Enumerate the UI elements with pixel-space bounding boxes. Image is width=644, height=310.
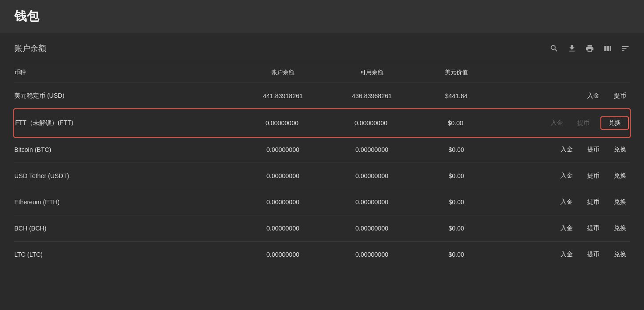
available-ftt: 0.00000000 [326,119,415,127]
balance-table: 币种 账户余额 可用余额 美元价值 美元稳定币 (USD) 441.839182… [14,62,630,267]
currency-ltc: LTC (LTC) [14,251,238,258]
currency-ftt: FTT（未解锁）(FTT) [15,119,237,127]
currency-usdt: USD Tether (USDT) [14,172,238,179]
deposit-btn-btc[interactable]: 入金 [557,144,576,155]
download-icon[interactable] [568,44,576,53]
available-usdt: 0.00000000 [327,172,416,179]
search-icon[interactable] [550,44,559,53]
deposit-btn-ltc[interactable]: 入金 [557,249,576,260]
withdraw-btn-usd[interactable]: 提币 [610,90,630,102]
actions-btc: 入金 提币 兑换 [496,144,630,155]
deposit-btn-bch[interactable]: 入金 [557,223,576,234]
table-row-usdt: USD Tether (USDT) 0.00000000 0.00000000 … [14,163,630,189]
balance-bch: 0.00000000 [238,225,327,232]
currency-eth: Ethereum (ETH) [14,199,238,206]
currency-btc: Bitcoin (BTC) [14,146,238,153]
table-row-ltc: LTC (LTC) 0.00000000 0.00000000 $0.00 入金… [14,242,630,267]
main-content: 账户余额 [0,33,644,267]
table-row-bch: BCH (BCH) 0.00000000 0.00000000 $0.00 入金… [14,215,630,242]
table-row: 美元稳定币 (USD) 441.83918261 436.83968261 $4… [14,83,630,109]
actions-ftt: 入金 提币 兑换 [495,116,629,130]
usd-value-ftt: $0.00 [415,119,495,127]
filter-icon[interactable] [621,44,630,53]
header-available: 可用余额 [327,68,416,76]
table-header: 币种 账户余额 可用余额 美元价值 [14,62,630,83]
header-balance: 账户余额 [238,68,327,76]
toolbar-icons [550,44,630,53]
available-btc: 0.00000000 [327,146,416,153]
section-title: 账户余额 [14,43,46,54]
exchange-btn-btc[interactable]: 兑换 [610,144,630,155]
withdraw-btn-bch[interactable]: 提币 [584,223,603,234]
page-title: 钱包 [14,8,630,25]
balance-btc: 0.00000000 [238,146,327,153]
available-bch: 0.00000000 [327,225,416,232]
exchange-btn-bch[interactable]: 兑换 [610,223,630,234]
table-row-eth: Ethereum (ETH) 0.00000000 0.00000000 $0.… [14,189,630,215]
balance-eth: 0.00000000 [238,199,327,206]
actions-eth: 入金 提币 兑换 [496,196,630,208]
exchange-btn-eth[interactable]: 兑换 [610,196,630,208]
currency-usd: 美元稳定币 (USD) [14,92,238,100]
withdraw-btn-usdt[interactable]: 提币 [584,170,603,182]
balance-ltc: 0.00000000 [238,251,327,258]
section-header: 账户余额 [14,33,630,62]
balance-usd: 441.83918261 [238,92,327,99]
usd-value-usdt: $0.00 [416,172,496,179]
available-eth: 0.00000000 [327,199,416,206]
actions-bch: 入金 提币 兑换 [496,223,630,234]
header-currency: 币种 [14,68,238,76]
withdraw-btn-btc[interactable]: 提币 [584,144,603,155]
actions-usd: 入金 提币 [496,90,630,102]
actions-ltc: 入金 提币 兑换 [496,249,630,260]
balance-ftt: 0.00000000 [237,119,326,127]
deposit-btn-usdt[interactable]: 入金 [557,170,576,182]
print-icon[interactable] [585,44,594,53]
actions-usdt: 入金 提币 兑换 [496,170,630,182]
usd-value-ltc: $0.00 [416,251,496,258]
deposit-btn-usd[interactable]: 入金 [584,90,603,102]
exchange-btn-ltc[interactable]: 兑换 [610,249,630,260]
table-row-ftt: FTT（未解锁）(FTT) 0.00000000 0.00000000 $0.0… [13,108,631,138]
page-header: 钱包 [0,0,644,33]
deposit-btn-ftt: 入金 [547,117,567,129]
withdraw-btn-ftt: 提币 [574,117,593,129]
exchange-btn-ftt[interactable]: 兑换 [600,116,629,130]
available-ltc: 0.00000000 [327,251,416,258]
withdraw-btn-eth[interactable]: 提币 [584,196,603,208]
usd-value-bch: $0.00 [416,225,496,232]
usd-value-eth: $0.00 [416,199,496,206]
table-row-btc: Bitcoin (BTC) 0.00000000 0.00000000 $0.0… [14,137,630,163]
exchange-btn-usdt[interactable]: 兑换 [610,170,630,182]
available-usd: 436.83968261 [327,92,416,99]
usd-value-btc: $0.00 [416,146,496,153]
balance-usdt: 0.00000000 [238,172,327,179]
currency-bch: BCH (BCH) [14,225,238,232]
deposit-btn-eth[interactable]: 入金 [557,196,576,208]
usd-value-usd: $441.84 [416,92,496,99]
columns-icon[interactable] [603,44,612,53]
withdraw-btn-ltc[interactable]: 提币 [584,249,603,260]
header-usd: 美元价值 [416,68,496,76]
